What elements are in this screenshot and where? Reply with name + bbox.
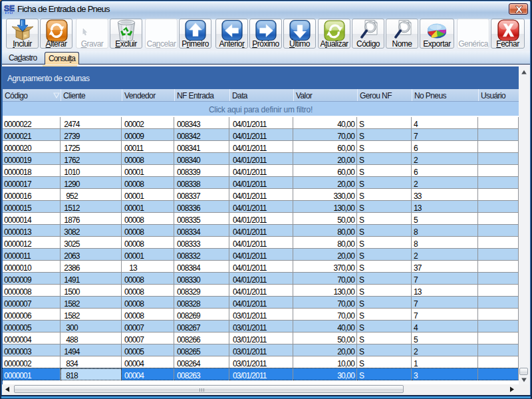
svg-text:BAS: BAS bbox=[6, 12, 13, 14]
